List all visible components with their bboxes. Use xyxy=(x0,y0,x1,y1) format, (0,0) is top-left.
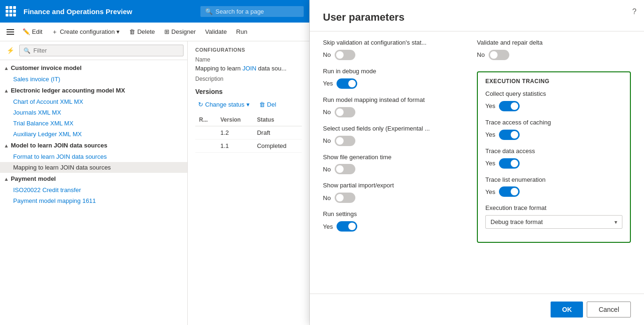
tree-child-mapping-join[interactable]: Mapping to learn JOIN data sources xyxy=(0,162,187,173)
param-run-model-mapping-text: No xyxy=(323,108,331,116)
tree-parent-label: Electronic ledger accounting model MX xyxy=(11,87,125,94)
toggle-collect-query[interactable] xyxy=(499,101,520,111)
execution-trace-format-value: Debug trace format xyxy=(491,218,543,225)
run-button[interactable]: Run xyxy=(232,26,251,37)
param-show-file-gen-text: No xyxy=(323,166,331,173)
tree-child-auxiliary-ledger[interactable]: Auxiliary Ledger XML MX xyxy=(0,129,187,139)
col-version: Version xyxy=(217,114,253,126)
tree-group-electronic-ledger: ▲ Electronic ledger accounting model MX … xyxy=(0,85,187,139)
designer-icon: ⊞ xyxy=(164,28,169,35)
help-icon[interactable]: ? xyxy=(632,8,636,16)
tree-child-trial-balance[interactable]: Trial Balance XML MX xyxy=(0,118,187,129)
toggle-run-model-mapping[interactable] xyxy=(335,107,355,117)
tree-parent-model-join[interactable]: ▲ Model to learn JOIN data sources xyxy=(0,139,187,151)
tree-child-chart-account[interactable]: Chart of Account XML MX xyxy=(0,96,187,107)
versions-table: R... Version Status 1.2 Draft xyxy=(195,114,302,153)
table-row[interactable]: 1.2 Draft xyxy=(195,126,302,139)
tree-parent-customer-invoice[interactable]: ▲ Customer invoice model xyxy=(0,62,187,74)
cell-r xyxy=(195,139,217,153)
param-select-used-fields-value: No xyxy=(323,136,466,146)
param-run-model-mapping: Run model mapping instead of format No xyxy=(323,96,466,117)
delete-button[interactable]: 🗑 Delete xyxy=(125,26,159,37)
toggle-trace-list-enum[interactable] xyxy=(499,186,520,197)
toggle-skip-validation[interactable] xyxy=(335,50,355,60)
toggle-run-debug[interactable] xyxy=(337,78,357,89)
delete-version-button[interactable]: 🗑 Del xyxy=(256,99,279,110)
execution-trace-format-select[interactable]: Debug trace format ▾ xyxy=(485,215,622,229)
name-value: Mapping to learn JOIN data sou... xyxy=(195,65,302,72)
param-show-file-gen-label: Show file generation time xyxy=(323,154,466,162)
param-run-settings: Run settings Yes xyxy=(323,210,466,232)
create-config-button[interactable]: ＋ Create configuration ▾ xyxy=(48,26,123,38)
param-trace-data-access-text: Yes xyxy=(485,160,495,167)
refresh-icon: ↻ xyxy=(198,101,203,108)
param-run-settings-text: Yes xyxy=(323,223,333,230)
designer-button[interactable]: ⊞ Designer xyxy=(161,26,199,37)
param-execution-trace-format-label: Execution trace format xyxy=(485,204,622,212)
dialog-title: User parameters xyxy=(323,11,631,23)
col-r: R... xyxy=(195,114,217,126)
app-header: Finance and Operations Preview 🔍 Search … xyxy=(0,0,309,23)
filter-input-wrapper[interactable]: 🔍 xyxy=(19,45,184,56)
tree-child-payment-mapping[interactable]: Payment model mapping 1611 xyxy=(0,195,187,206)
tree-child-journals-xml[interactable]: Journals XML MX xyxy=(0,107,187,118)
versions-toolbar: ↻ Change status ▾ 🗑 Del xyxy=(195,99,302,110)
param-run-debug-text: Yes xyxy=(323,80,333,87)
ok-button[interactable]: OK xyxy=(551,302,583,317)
col-status: Status xyxy=(253,114,302,126)
param-execution-trace-format: Execution trace format Debug trace forma… xyxy=(485,204,622,229)
sidebar: ⚡ 🔍 ▲ Customer invoice model Sales invoi… xyxy=(0,41,188,325)
tree-area: ▲ Customer invoice model Sales invoice (… xyxy=(0,60,187,325)
cell-status: Completed xyxy=(253,139,302,153)
param-trace-access-caching-label: Trace access of caching xyxy=(485,119,622,127)
app-title: Finance and Operations Preview xyxy=(23,8,195,15)
hamburger-button[interactable] xyxy=(4,26,17,38)
description-label: Description xyxy=(195,76,302,82)
edit-button[interactable]: ✏️ Edit xyxy=(19,26,46,37)
param-show-partial-import-text: No xyxy=(323,194,331,201)
param-select-used-fields-label: Select used fields only (Experimental ..… xyxy=(323,125,466,133)
toggle-trace-access-caching[interactable] xyxy=(499,130,520,140)
tree-parent-electronic-ledger[interactable]: ▲ Electronic ledger accounting model MX xyxy=(0,85,187,96)
toolbar: ✏️ Edit ＋ Create configuration ▾ 🗑 Delet… xyxy=(0,23,309,41)
param-skip-validation: Skip validation at configuration's stat.… xyxy=(323,39,466,60)
param-trace-data-access-value: Yes xyxy=(485,158,622,169)
delete-icon: 🗑 xyxy=(129,28,135,35)
param-trace-list-enum-text: Yes xyxy=(485,188,495,195)
table-row[interactable]: 1.1 Completed xyxy=(195,139,302,153)
param-collect-query-value: Yes xyxy=(485,101,622,111)
tree-parent-label: Model to learn JOIN data sources xyxy=(11,142,107,149)
toggle-validate-repair[interactable] xyxy=(489,50,509,60)
param-show-file-gen-value: No xyxy=(323,164,466,174)
filter-search-icon: 🔍 xyxy=(23,47,31,54)
toggle-show-partial-import[interactable] xyxy=(335,193,355,203)
toggle-select-used-fields[interactable] xyxy=(335,136,355,146)
filter-input[interactable] xyxy=(33,47,179,54)
app-grid-icon[interactable] xyxy=(6,6,16,16)
tree-child-iso20022[interactable]: ISO20022 Credit transfer xyxy=(0,185,187,195)
validate-button[interactable]: Validate xyxy=(201,26,230,37)
change-status-button[interactable]: ↻ Change status ▾ xyxy=(195,99,253,110)
tree-group-model-join: ▲ Model to learn JOIN data sources Forma… xyxy=(0,139,187,173)
param-trace-access-caching-value: Yes xyxy=(485,130,622,140)
param-trace-list-enum-label: Trace list enumeration xyxy=(485,176,622,184)
param-validate-repair-label: Validate and repair delta xyxy=(477,39,631,47)
toggle-trace-data-access[interactable] xyxy=(499,158,520,169)
cancel-button[interactable]: Cancel xyxy=(587,302,631,317)
param-show-file-gen: Show file generation time No xyxy=(323,154,466,175)
param-trace-list-enum-value: Yes xyxy=(485,186,622,197)
chevron-icon: ▲ xyxy=(4,143,9,148)
param-skip-validation-value: No xyxy=(323,50,466,60)
tree-child-format-join[interactable]: Format to learn JOIN data sources xyxy=(0,151,187,162)
versions-header: Versions xyxy=(195,88,302,95)
param-trace-data-access: Trace data access Yes xyxy=(485,147,622,169)
cell-status: Draft xyxy=(253,126,302,139)
search-box[interactable]: 🔍 Search for a page xyxy=(200,6,304,17)
content-area: ⚡ 🔍 ▲ Customer invoice model Sales invoi… xyxy=(0,41,309,325)
filter-toggle-button[interactable]: ⚡ xyxy=(4,44,17,57)
dialog-footer: OK Cancel xyxy=(310,294,644,325)
toggle-run-settings[interactable] xyxy=(337,221,357,232)
tree-child-sales-invoice[interactable]: Sales invoice (IT) xyxy=(0,74,187,85)
tree-parent-payment-model[interactable]: ▲ Payment model xyxy=(0,173,187,185)
toggle-show-file-gen[interactable] xyxy=(335,164,355,174)
